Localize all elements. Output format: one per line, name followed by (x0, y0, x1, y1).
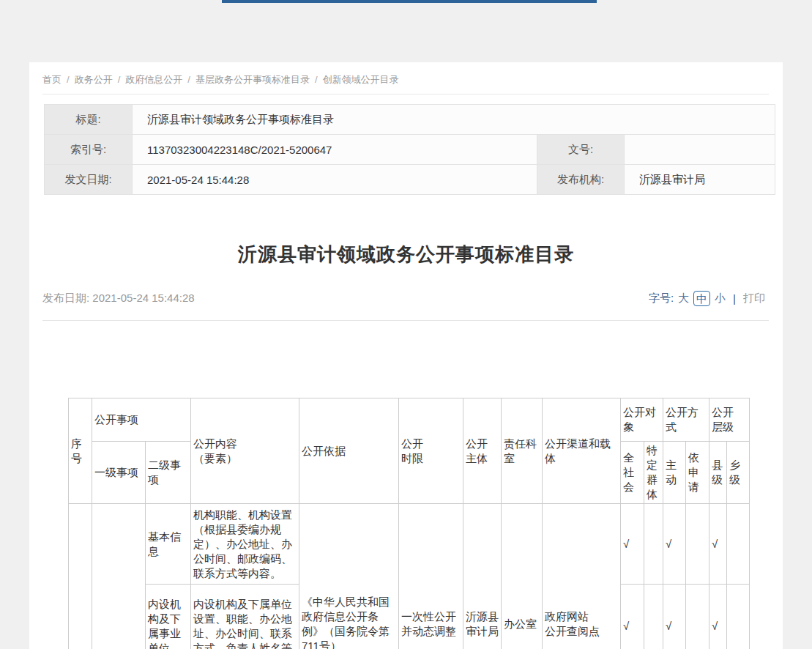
cell-whole-society-mark: √ (621, 585, 644, 649)
cell-serial (69, 504, 92, 649)
meta-row-title: 标题: 沂源县审计领域政务公开事项标准目录 (45, 105, 775, 135)
meta-value-doc-number (625, 135, 775, 165)
cell-on-request-mark (686, 585, 709, 649)
col-header-time-limit: 公开 时限 (399, 398, 463, 504)
table-row: 基本信 息 机构职能、机构设置 （根据县委编办规 定）、办公地址、办 公时间、邮… (69, 504, 750, 585)
font-size-large-button[interactable]: 大 (678, 292, 689, 305)
publish-date-value: 2021-05-24 15:44:28 (92, 292, 194, 304)
cell-department: 办公室 (502, 504, 543, 649)
breadcrumb-zhengwu[interactable]: 政务公开 (75, 74, 113, 85)
font-size-label: 字号: (649, 292, 674, 305)
catalog-header-row-1: 序 号 公开事项 公开内容 （要素） 公开依据 公开 时限 公开 主体 责任科 … (69, 398, 750, 442)
col-header-department: 责任科 室 (502, 398, 543, 504)
cell-time-limit: 一次性公开 并动态调整 (399, 504, 463, 649)
cell-channel: 政府网站 公开查阅点 (543, 504, 621, 649)
meta-value-index: 11370323004223148C/2021-5200647 (133, 135, 537, 165)
cell-county-mark: √ (709, 504, 727, 585)
cell-whole-society-mark: √ (621, 504, 644, 585)
meta-row-index: 索引号: 11370323004223148C/2021-5200647 文号: (45, 135, 775, 165)
document-meta-table: 标题: 沂源县审计领域政务公开事项标准目录 索引号: 1137032300422… (44, 104, 775, 195)
meta-label-agency: 发布机构: (537, 165, 625, 195)
breadcrumb-separator: / (118, 74, 121, 85)
font-size-tools: 字号: 大 中 小 | 打印 (649, 291, 765, 306)
cell-content: 机构职能、机构设置 （根据县委编办规 定）、办公地址、办 公时间、邮政编码、 联… (191, 504, 299, 585)
breadcrumb-separator: / (187, 74, 190, 85)
publish-date: 发布日期: 2021-05-24 15:44:28 (42, 292, 195, 305)
breadcrumb-chuangxin[interactable]: 创新领域公开目录 (323, 74, 399, 85)
cell-specific-group-mark (644, 585, 663, 649)
col-header-level1-item: 一级事项 (92, 442, 146, 504)
cell-content: 内设机构及下属单位 设置、职能、办公地 址、办公时间、联系 方式、负责人姓名等 (191, 585, 299, 649)
cell-level2-item: 内设机 构及下 属事业 单位 (146, 585, 191, 649)
meta-label-index: 索引号: (45, 135, 133, 165)
cell-on-request-mark (686, 504, 709, 585)
cell-level1-item (92, 504, 146, 649)
breadcrumb-separator: / (67, 74, 70, 85)
publish-row: 发布日期: 2021-05-24 15:44:28 字号: 大 中 小 | 打印 (42, 291, 765, 306)
col-header-specific-group: 特 定 群 体 (644, 442, 663, 504)
meta-label-issue-date: 发文日期: (45, 165, 133, 195)
font-size-small-button[interactable]: 小 (715, 292, 726, 305)
breadcrumb: 首页/政务公开/政府信息公开/基层政务公开事项标准目录/创新领域公开目录 (42, 73, 399, 86)
meta-value-issue-date: 2021-05-24 15:44:28 (133, 165, 537, 195)
meta-value-agency: 沂源县审计局 (625, 165, 775, 195)
breadcrumb-divider (42, 94, 769, 94)
col-header-content: 公开内容 （要素） (191, 398, 299, 504)
col-header-proactive: 主 动 (663, 442, 686, 504)
content-card: 首页/政务公开/政府信息公开/基层政务公开事项标准目录/创新领域公开目录 标题:… (29, 62, 783, 649)
col-header-subject: 公开 主体 (463, 398, 502, 504)
toolbar-separator: | (733, 292, 736, 305)
col-header-serial: 序 号 (69, 398, 92, 504)
cell-township-mark (727, 585, 750, 649)
col-header-channel: 公开渠道和载 体 (543, 398, 621, 504)
catalog-table: 序 号 公开事项 公开内容 （要素） 公开依据 公开 时限 公开 主体 责任科 … (68, 398, 750, 649)
breadcrumb-xinxi[interactable]: 政府信息公开 (125, 74, 182, 85)
col-header-method: 公开方式 (663, 398, 709, 442)
content-divider (42, 320, 769, 321)
cell-township-mark (727, 504, 750, 585)
meta-label-title: 标题: (45, 105, 133, 135)
cell-proactive-mark: √ (663, 585, 686, 649)
col-header-disclosure-matters: 公开事项 (92, 398, 191, 442)
col-header-level2-item: 二级事 项 (146, 442, 191, 504)
cell-subject: 沂源县 审计局 (463, 504, 502, 649)
col-header-county-level: 县 级 (709, 442, 727, 504)
meta-row-date: 发文日期: 2021-05-24 15:44:28 发布机构: 沂源县审计局 (45, 165, 775, 195)
print-button[interactable]: 打印 (743, 292, 765, 305)
col-header-township-level: 乡 级 (727, 442, 750, 504)
breadcrumb-separator: / (315, 74, 318, 85)
font-size-medium-button[interactable]: 中 (693, 291, 710, 306)
cell-county-mark: √ (709, 585, 727, 649)
col-header-audience: 公开对 象 (621, 398, 663, 442)
breadcrumb-jiceng[interactable]: 基层政务公开事项标准目录 (195, 74, 310, 85)
cell-basis: 《中华人民共和国 政府信息公开条 例》（国务院令第 711号） (299, 504, 399, 649)
top-nav-bar-edge (222, 0, 597, 3)
col-header-level: 公开 层级 (709, 398, 750, 442)
cell-specific-group-mark (644, 504, 663, 585)
cell-level2-item: 基本信 息 (146, 504, 191, 585)
publish-date-label: 发布日期: (42, 292, 89, 304)
page: { "top_bar": { "color": "#2e6399" }, "br… (0, 0, 812, 649)
col-header-basis: 公开依据 (299, 398, 399, 504)
page-title: 沂源县审计领域政务公开事项标准目录 (29, 242, 783, 267)
cell-proactive-mark: √ (663, 504, 686, 585)
meta-value-title: 沂源县审计领域政务公开事项标准目录 (133, 105, 775, 135)
col-header-on-request: 依申 请 (686, 442, 709, 504)
breadcrumb-home[interactable]: 首页 (42, 74, 62, 85)
col-header-whole-society: 全社 会 (621, 442, 644, 504)
meta-label-doc-number: 文号: (537, 135, 625, 165)
